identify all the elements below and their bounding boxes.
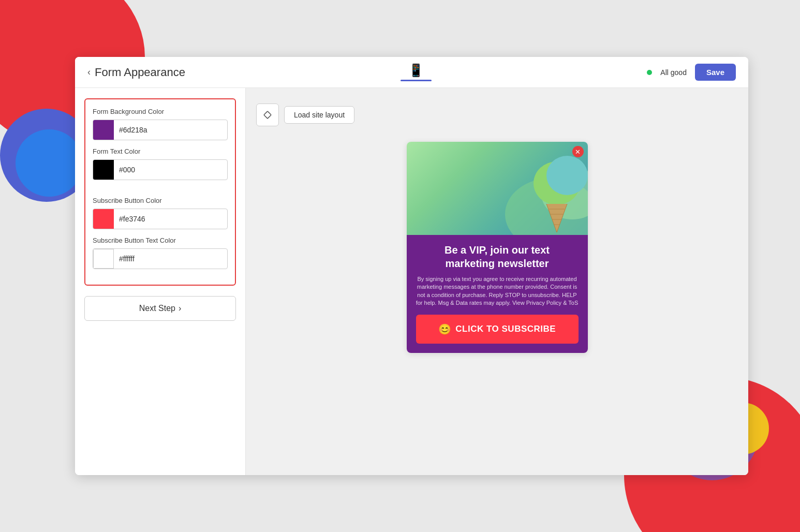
preview-area: Load site layout	[246, 88, 748, 475]
text-color-swatch[interactable]	[93, 160, 114, 180]
btn-color-input-row[interactable]	[93, 209, 228, 229]
widget-title: Be a VIP, join our text marketing newsle…	[416, 243, 579, 270]
svg-point-4	[546, 156, 588, 195]
bg-color-input[interactable]	[114, 126, 227, 134]
widget-card: ✕ Be a VIP, join our text marketing news…	[407, 142, 588, 353]
btn-color-swatch[interactable]	[93, 209, 114, 229]
btn-text-color-label: Subscribe Button Text Color	[93, 237, 228, 244]
widget-image-svg	[407, 142, 588, 235]
status-label: All good	[660, 68, 687, 77]
bg-color-swatch[interactable]	[93, 120, 114, 140]
svg-rect-0	[264, 111, 271, 119]
preview-toolbar: Load site layout	[256, 104, 354, 126]
btn-text-color-input[interactable]	[114, 255, 227, 263]
header-left: ‹ Form Appearance	[87, 66, 185, 79]
text-color-input[interactable]	[114, 166, 227, 174]
next-step-arrow-icon: ›	[179, 304, 181, 313]
bg-color-label: Form Background Color	[93, 108, 228, 115]
subscribe-button[interactable]: 😊 CLICK TO SUBSCRIBE	[416, 315, 579, 344]
back-button[interactable]: ‹	[87, 67, 91, 78]
layout-icon-button[interactable]	[256, 104, 279, 126]
btn-color-input[interactable]	[114, 215, 227, 223]
mobile-device-icon[interactable]: 📱	[408, 63, 424, 78]
close-icon: ✕	[575, 149, 581, 155]
widget-body: Be a VIP, join our text marketing newsle…	[407, 235, 588, 353]
load-site-button[interactable]: Load site layout	[284, 106, 354, 124]
app-container: ‹ Form Appearance 📱 All good Save Form B…	[75, 57, 748, 475]
header-center: 📱	[401, 63, 432, 81]
status-dot	[647, 70, 652, 75]
close-widget-button[interactable]: ✕	[572, 146, 584, 157]
page-title: Form Appearance	[95, 66, 185, 79]
save-button[interactable]: Save	[695, 64, 736, 81]
btn-text-color-input-row[interactable]	[93, 248, 228, 269]
text-color-input-row[interactable]	[93, 159, 228, 180]
text-color-label: Form Text Color	[93, 147, 228, 155]
subscribe-emoji: 😊	[438, 323, 452, 335]
layout-rotate-icon	[262, 110, 273, 120]
sidebar-panel: Form Background Color Form Text Color Su…	[75, 88, 246, 475]
bg-color-input-row[interactable]	[93, 120, 228, 140]
btn-color-label: Subscribe Button Color	[93, 197, 228, 204]
decorative-circle-blue-left	[16, 129, 83, 197]
btn-text-color-swatch[interactable]	[93, 249, 114, 269]
header-right: All good Save	[647, 64, 736, 81]
app-body: Form Background Color Form Text Color Su…	[75, 88, 748, 475]
form-appearance-section: Form Background Color Form Text Color Su…	[84, 98, 236, 286]
subscribe-label: CLICK TO SUBSCRIBE	[455, 324, 556, 334]
active-indicator-bar	[401, 80, 432, 81]
app-header: ‹ Form Appearance 📱 All good Save	[75, 57, 748, 88]
widget-disclaimer: By signing up via text you agree to rece…	[416, 275, 579, 307]
next-step-label: Next Step	[139, 304, 175, 313]
next-step-button[interactable]: Next Step ›	[84, 296, 236, 321]
widget-image-area: ✕	[407, 142, 588, 235]
